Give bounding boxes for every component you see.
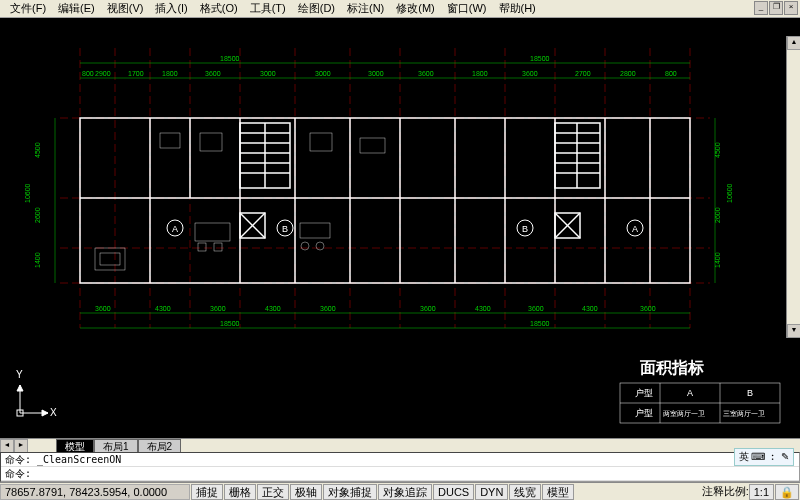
svg-text:1400: 1400 (714, 252, 721, 268)
scroll-up-button[interactable]: ▲ (787, 36, 800, 50)
svg-text:3600: 3600 (522, 70, 538, 77)
svg-text:两室两厅一卫: 两室两厅一卫 (663, 410, 705, 417)
menu-insert[interactable]: 插入(I) (149, 0, 193, 17)
annotation-scale-value[interactable]: 1:1 (749, 484, 774, 500)
tab-model[interactable]: 模型 (56, 439, 94, 453)
svg-text:1800: 1800 (472, 70, 488, 77)
lwt-toggle[interactable]: 线宽 (509, 484, 541, 500)
vertical-scrollbar[interactable]: ▲ ▼ (786, 36, 800, 338)
osnap-toggle[interactable]: 对象捕捉 (323, 484, 377, 500)
svg-rect-51 (95, 248, 125, 270)
svg-text:户型: 户型 (635, 388, 653, 398)
svg-text:A: A (632, 224, 638, 234)
svg-text:B: B (522, 224, 528, 234)
close-button[interactable]: × (784, 1, 798, 15)
menu-edit[interactable]: 编辑(E) (52, 0, 101, 17)
grid-toggle[interactable]: 栅格 (224, 484, 256, 500)
svg-rect-60 (200, 133, 222, 151)
svg-text:800: 800 (82, 70, 94, 77)
svg-text:18500: 18500 (220, 320, 240, 327)
tab-layout2[interactable]: 布局2 (138, 439, 182, 453)
svg-text:4500: 4500 (34, 142, 41, 158)
svg-text:18500: 18500 (530, 55, 550, 62)
model-toggle[interactable]: 模型 (542, 484, 574, 500)
snap-toggle[interactable]: 捕捉 (191, 484, 223, 500)
restore-button[interactable]: ❐ (769, 1, 783, 15)
command-area: 命令: _CleanScreenON 命令: (0, 452, 800, 482)
menu-help[interactable]: 帮助(H) (493, 0, 542, 17)
menu-view[interactable]: 视图(V) (101, 0, 150, 17)
menu-draw[interactable]: 绘图(D) (292, 0, 341, 17)
menu-dimension[interactable]: 标注(N) (341, 0, 390, 17)
floor-plan-drawing: A B B A 18500 18500 800 2900 1700 1800 3… (0, 18, 800, 438)
svg-text:户型: 户型 (635, 408, 653, 418)
svg-text:B: B (747, 388, 753, 398)
tab-layout1[interactable]: 布局1 (94, 439, 138, 453)
svg-text:10600: 10600 (726, 183, 733, 203)
svg-rect-59 (160, 133, 180, 148)
window-controls: _ ❐ × (753, 1, 798, 15)
svg-text:面积指标: 面积指标 (639, 359, 704, 376)
svg-text:3000: 3000 (368, 70, 384, 77)
svg-text:10600: 10600 (24, 183, 31, 203)
svg-text:3600: 3600 (320, 305, 336, 312)
menu-modify[interactable]: 修改(M) (390, 0, 441, 17)
scroll-down-button[interactable]: ▼ (787, 324, 800, 338)
svg-text:3600: 3600 (528, 305, 544, 312)
drawing-canvas[interactable]: A B B A 18500 18500 800 2900 1700 1800 3… (0, 18, 800, 438)
svg-marker-125 (42, 410, 48, 416)
svg-text:2900: 2900 (95, 70, 111, 77)
menu-bar: 文件(F) 编辑(E) 视图(V) 插入(I) 格式(O) 工具(T) 绘图(D… (0, 0, 800, 18)
svg-text:2600: 2600 (34, 207, 41, 223)
svg-text:B: B (282, 224, 288, 234)
annotation-scale-label: 注释比例: (702, 484, 749, 499)
svg-text:2600: 2600 (714, 207, 721, 223)
svg-rect-62 (360, 138, 385, 153)
menu-format[interactable]: 格式(O) (194, 0, 244, 17)
minimize-button[interactable]: _ (754, 1, 768, 15)
scroll-right-button[interactable]: ► (14, 439, 28, 453)
horizontal-scrollbar: ◄ ► 模型 布局1 布局2 (0, 438, 800, 452)
ortho-toggle[interactable]: 正交 (257, 484, 289, 500)
layout-tabs: 模型 布局1 布局2 (56, 439, 181, 453)
svg-rect-52 (100, 253, 120, 265)
ime-indicator[interactable]: 英 ⌨ ︰ ✎ (734, 448, 794, 466)
svg-rect-61 (310, 133, 332, 151)
svg-text:A: A (687, 388, 693, 398)
svg-text:3600: 3600 (418, 70, 434, 77)
svg-text:1800: 1800 (162, 70, 178, 77)
scroll-left-button[interactable]: ◄ (0, 439, 14, 453)
svg-text:18500: 18500 (220, 55, 240, 62)
svg-text:800: 800 (665, 70, 677, 77)
svg-text:3600: 3600 (95, 305, 111, 312)
svg-text:3600: 3600 (640, 305, 656, 312)
svg-text:4500: 4500 (714, 142, 721, 158)
coordinates-display: 78657.8791, 78423.5954, 0.0000 (0, 484, 190, 500)
svg-text:3600: 3600 (205, 70, 221, 77)
svg-text:三室两厅一卫: 三室两厅一卫 (723, 410, 765, 417)
menu-tools[interactable]: 工具(T) (244, 0, 292, 17)
svg-text:3600: 3600 (210, 305, 226, 312)
svg-point-57 (301, 242, 309, 250)
svg-marker-127 (17, 385, 23, 391)
polar-toggle[interactable]: 极轴 (290, 484, 322, 500)
ducs-toggle[interactable]: DUCS (433, 484, 474, 500)
svg-text:1400: 1400 (34, 252, 41, 268)
svg-text:Y: Y (16, 369, 23, 380)
svg-text:4300: 4300 (475, 305, 491, 312)
svg-rect-54 (198, 243, 206, 251)
annotation-lock-icon[interactable]: 🔒 (775, 484, 799, 500)
svg-text:2700: 2700 (575, 70, 591, 77)
menu-file[interactable]: 文件(F) (4, 0, 52, 17)
svg-text:3000: 3000 (315, 70, 331, 77)
menu-window[interactable]: 窗口(W) (441, 0, 493, 17)
svg-text:A: A (172, 224, 178, 234)
svg-text:4300: 4300 (582, 305, 598, 312)
otrack-toggle[interactable]: 对象追踪 (378, 484, 432, 500)
status-bar: 78657.8791, 78423.5954, 0.0000 捕捉 栅格 正交 … (0, 482, 800, 500)
svg-rect-55 (214, 243, 222, 251)
svg-rect-56 (300, 223, 330, 238)
dyn-toggle[interactable]: DYN (475, 484, 508, 500)
command-input[interactable]: 命令: (1, 467, 799, 481)
svg-text:4300: 4300 (155, 305, 171, 312)
